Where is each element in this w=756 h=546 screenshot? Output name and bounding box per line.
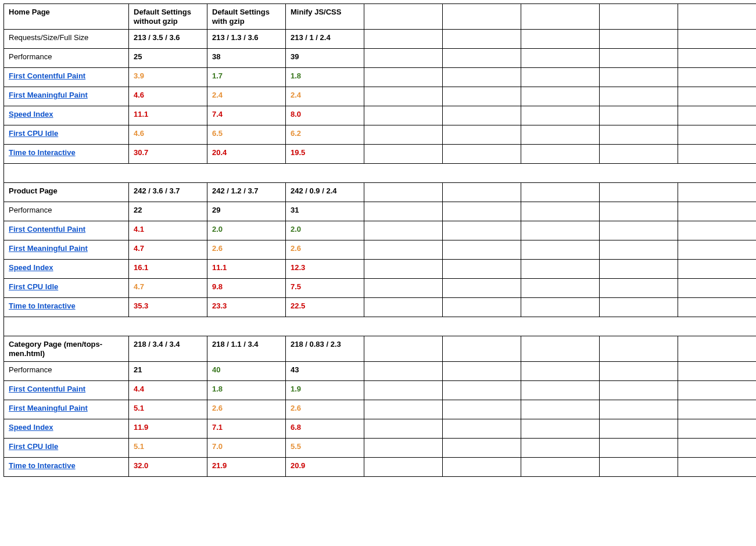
cell: 213 / 1 / 2.4 xyxy=(286,30,364,49)
cell: 20.9 xyxy=(286,458,364,477)
metric-link-fmp[interactable]: First Meaningful Paint xyxy=(4,87,129,106)
cell: 2.0 xyxy=(286,221,364,240)
cell: 43 xyxy=(286,362,364,381)
metric-link-tti[interactable]: Time to Interactive xyxy=(4,458,129,477)
cell: 5.5 xyxy=(286,439,364,458)
cell: 21 xyxy=(129,362,207,381)
cell: 6.8 xyxy=(286,419,364,439)
cell: 7.1 xyxy=(207,419,286,439)
row-product-fmp: First Meaningful Paint 4.7 2.6 2.6 xyxy=(4,240,757,260)
row-product-si: Speed Index 16.1 11.1 12.3 xyxy=(4,260,757,279)
blank-cell xyxy=(678,4,757,30)
metric-link-fcp[interactable]: First Contentful Paint xyxy=(4,381,129,400)
cell: 16.1 xyxy=(129,260,207,279)
metric-link-fmp[interactable]: First Meaningful Paint xyxy=(4,240,129,260)
row-product-fcp: First Contentful Paint 4.1 2.0 2.0 xyxy=(4,221,757,240)
cell: 22.5 xyxy=(286,298,364,317)
section-title-product: Product Page xyxy=(4,183,129,202)
section-spacer xyxy=(4,164,757,183)
cell: 7.0 xyxy=(207,439,286,458)
cell: 218 / 0.83 / 2.3 xyxy=(286,336,364,362)
cell: 32.0 xyxy=(129,458,207,477)
cell: 4.1 xyxy=(129,221,207,240)
cell: 23.3 xyxy=(207,298,286,317)
cell: 19.5 xyxy=(286,145,364,164)
cell: 2.6 xyxy=(286,240,364,260)
header-row-home: Home Page Default Settings without gzip … xyxy=(4,4,757,30)
cell: 25 xyxy=(129,49,207,68)
blank-cell xyxy=(521,4,600,30)
cell: 5.1 xyxy=(129,400,207,419)
cell: 4.6 xyxy=(129,125,207,145)
cell: 213 / 3.5 / 3.6 xyxy=(129,30,207,49)
cell: 11.1 xyxy=(129,106,207,125)
cell: 7.4 xyxy=(207,106,286,125)
cell: 30.7 xyxy=(129,145,207,164)
section-title-category: Category Page (men/tops-men.html) xyxy=(4,336,129,362)
row-home-requests: Requests/Size/Full Size 213 / 3.5 / 3.6 … xyxy=(4,30,757,49)
metric-label: Performance xyxy=(4,49,129,68)
cell: 218 / 3.4 / 3.4 xyxy=(129,336,207,362)
cell: 35.3 xyxy=(129,298,207,317)
cell: 2.6 xyxy=(286,400,364,419)
cell: 4.4 xyxy=(129,381,207,400)
cell: 2.4 xyxy=(286,87,364,106)
col-header-1: Default Settings without gzip xyxy=(129,4,207,30)
cell: 9.8 xyxy=(207,279,286,298)
cell: 2.6 xyxy=(207,400,286,419)
metric-link-fci[interactable]: First CPU Idle xyxy=(4,439,129,458)
metric-link-si[interactable]: Speed Index xyxy=(4,419,129,439)
row-home-fci: First CPU Idle 4.6 6.5 6.2 xyxy=(4,125,757,145)
row-home-fmp: First Meaningful Paint 4.6 2.4 2.4 xyxy=(4,87,757,106)
metric-link-si[interactable]: Speed Index xyxy=(4,260,129,279)
cell: 11.9 xyxy=(129,419,207,439)
cell: 31 xyxy=(286,202,364,221)
cell: 213 / 1.3 / 3.6 xyxy=(207,30,286,49)
blank-cell xyxy=(443,4,521,30)
row-category-fmp: First Meaningful Paint 5.1 2.6 2.6 xyxy=(4,400,757,419)
cell: 4.6 xyxy=(129,87,207,106)
performance-table: Home Page Default Settings without gzip … xyxy=(3,3,756,477)
blank-cell xyxy=(364,4,443,30)
cell: 39 xyxy=(286,49,364,68)
metric-link-tti[interactable]: Time to Interactive xyxy=(4,298,129,317)
row-home-performance: Performance 25 38 39 xyxy=(4,49,757,68)
cell: 12.3 xyxy=(286,260,364,279)
cell: 8.0 xyxy=(286,106,364,125)
metric-link-fcp[interactable]: First Contentful Paint xyxy=(4,68,129,87)
cell: 7.5 xyxy=(286,279,364,298)
row-category-si: Speed Index 11.9 7.1 6.8 xyxy=(4,419,757,439)
col-header-3: Minify JS/CSS xyxy=(286,4,364,30)
metric-link-fci[interactable]: First CPU Idle xyxy=(4,125,129,145)
metric-link-fcp[interactable]: First Contentful Paint xyxy=(4,221,129,240)
section-spacer xyxy=(4,317,757,336)
header-row-product: Product Page 242 / 3.6 / 3.7 242 / 1.2 /… xyxy=(4,183,757,202)
section-title-home: Home Page xyxy=(4,4,129,30)
row-product-tti: Time to Interactive 35.3 23.3 22.5 xyxy=(4,298,757,317)
col-header-2: Default Settings with gzip xyxy=(207,4,286,30)
metric-label: Performance xyxy=(4,202,129,221)
cell: 242 / 3.6 / 3.7 xyxy=(129,183,207,202)
row-home-tti: Time to Interactive 30.7 20.4 19.5 xyxy=(4,145,757,164)
row-home-si: Speed Index 11.1 7.4 8.0 xyxy=(4,106,757,125)
cell: 2.0 xyxy=(207,221,286,240)
cell: 4.7 xyxy=(129,240,207,260)
cell: 11.1 xyxy=(207,260,286,279)
cell: 4.7 xyxy=(129,279,207,298)
metric-link-fmp[interactable]: First Meaningful Paint xyxy=(4,400,129,419)
metric-link-fci[interactable]: First CPU Idle xyxy=(4,279,129,298)
header-row-category: Category Page (men/tops-men.html) 218 / … xyxy=(4,336,757,362)
blank-cell xyxy=(600,4,678,30)
cell: 1.8 xyxy=(207,381,286,400)
metric-link-tti[interactable]: Time to Interactive xyxy=(4,145,129,164)
metric-link-si[interactable]: Speed Index xyxy=(4,106,129,125)
cell: 2.4 xyxy=(207,87,286,106)
cell: 21.9 xyxy=(207,458,286,477)
row-category-performance: Performance 21 40 43 xyxy=(4,362,757,381)
row-category-tti: Time to Interactive 32.0 21.9 20.9 xyxy=(4,458,757,477)
cell: 1.7 xyxy=(207,68,286,87)
metric-label: Requests/Size/Full Size xyxy=(4,30,129,49)
cell: 6.5 xyxy=(207,125,286,145)
cell: 38 xyxy=(207,49,286,68)
row-product-fci: First CPU Idle 4.7 9.8 7.5 xyxy=(4,279,757,298)
